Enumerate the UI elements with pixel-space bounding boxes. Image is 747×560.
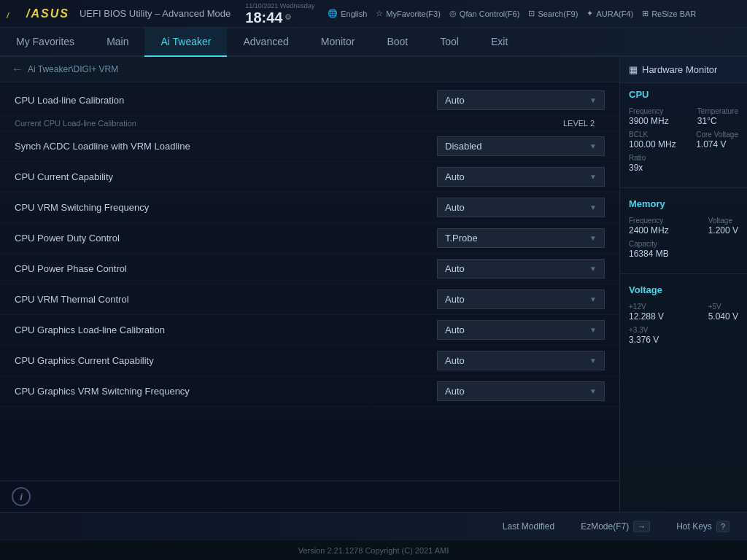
dropdown-cpu-loadline[interactable]: Auto ▼ [437, 90, 605, 110]
hw-mem-cap-label: Capacity [629, 240, 669, 248]
top-nav-qfan[interactable]: ◎ Qfan Control(F6) [449, 9, 520, 18]
dropdown-arrow-cpu-power-duty: ▼ [589, 234, 597, 242]
dropdown-arrow-cpu-current-cap: ▼ [589, 173, 597, 181]
dropdown-value-cpu-current-cap: Auto [445, 171, 465, 182]
hot-keys-label: Hot Keys [676, 521, 712, 532]
dropdown-synch-acdc[interactable]: Disabled ▼ [437, 136, 605, 156]
setting-row-cpu-current-cap: CPU Current Capability Auto ▼ [0, 162, 619, 192]
resizebar-label: ReSize BAR [651, 9, 696, 18]
qfan-icon: ◎ [449, 9, 457, 18]
top-nav-aura[interactable]: ✦ AURA(F4) [587, 9, 633, 18]
content-area: ← Ai Tweaker\DIGI+ VRM CPU Load-line Cal… [0, 57, 747, 512]
hw-mem-frequency: Frequency 2400 MHz [629, 217, 669, 236]
nav-main[interactable]: Main [90, 28, 144, 57]
hw-cpu-temp-value: 31°C [697, 116, 738, 126]
dropdown-value-cpu-gfx-current: Auto [445, 355, 465, 366]
hw-volt-12-label: +12V [629, 303, 664, 311]
dropdown-cpu-gfx-current[interactable]: Auto ▼ [437, 351, 605, 370]
top-nav-english[interactable]: 🌐 English [328, 9, 367, 18]
svg-text:/: / [6, 11, 10, 20]
hw-volt-12: +12V 12.288 V [629, 303, 664, 322]
setting-label-cpu-current-cap: CPU Current Capability [15, 171, 437, 182]
hw-cpu-bclk-label: BCLK [629, 131, 676, 139]
hw-mem-capacity-row: Capacity 16384 MB [629, 240, 738, 259]
breadcrumb: ← Ai Tweaker\DIGI+ VRM [0, 57, 619, 82]
aura-icon: ✦ [587, 9, 593, 18]
dropdown-arrow-cpu-power-phase: ▼ [589, 265, 597, 273]
setting-row-cpu-loadline: CPU Load-line Calibration Auto ▼ [0, 85, 619, 116]
hw-cpu-corevolt-label: Core Voltage [696, 131, 738, 139]
hw-cpu-ratio-value: 39x [629, 163, 646, 173]
breadcrumb-path: Ai Tweaker\DIGI+ VRM [28, 64, 118, 74]
hw-mem-freq-volt-row: Frequency 2400 MHz Voltage 1.200 V [629, 217, 738, 236]
breadcrumb-back-arrow[interactable]: ← [12, 63, 23, 76]
version-bar: Version 2.21.1278 Copyright (C) 2021 AMI [0, 540, 747, 560]
dropdown-cpu-gfx-vrm-freq[interactable]: Auto ▼ [437, 381, 605, 401]
hw-volt-33: +3.3V 3.376 V [629, 326, 659, 345]
top-bar: / /ASUS UEFI BIOS Utility – Advanced Mod… [0, 0, 747, 28]
hw-volt-5: +5V 5.040 V [708, 303, 738, 322]
dropdown-value-cpu-vrm-thermal: Auto [445, 294, 465, 305]
setting-row-cpu-gfx-current: CPU Graphics Current Capability Auto ▼ [0, 346, 619, 376]
hw-volt-33-label: +3.3V [629, 326, 659, 334]
nav-boot[interactable]: Boot [371, 28, 424, 57]
hw-cpu-freq-label: Frequency [629, 107, 669, 115]
top-nav-resizebar[interactable]: ⊞ ReSize BAR [642, 9, 696, 18]
dropdown-cpu-gfx-loadline[interactable]: Auto ▼ [437, 320, 605, 340]
hw-cpu-frequency: Frequency 3900 MHz [629, 107, 669, 126]
hw-section-cpu: CPU Frequency 3900 MHz Temperature 31°C … [620, 83, 747, 183]
search-label: Search(F9) [538, 9, 578, 18]
ez-mode-button[interactable]: EzMode(F7) → [575, 518, 656, 535]
hw-volt-12-value: 12.288 V [629, 311, 664, 322]
asus-brand-icon: / [6, 6, 22, 22]
nav-exit[interactable]: Exit [475, 28, 524, 57]
hw-volt-5-label: +5V [708, 303, 738, 311]
setting-row-cpu-vrm-thermal: CPU VRM Thermal Control Auto ▼ [0, 284, 619, 315]
nav-monitor[interactable]: Monitor [305, 28, 371, 57]
nav-bar: My Favorites Main Ai Tweaker Advanced Mo… [0, 28, 747, 57]
dropdown-value-cpu-vrm-freq: Auto [445, 202, 465, 213]
globe-icon: 🌐 [328, 9, 338, 18]
hw-cpu-core-voltage: Core Voltage 1.074 V [696, 131, 738, 149]
dropdown-arrow-cpu-loadline: ▼ [589, 96, 597, 104]
dropdown-cpu-vrm-thermal[interactable]: Auto ▼ [437, 289, 605, 309]
top-nav-myfavorite[interactable]: ☆ MyFavorite(F3) [376, 9, 441, 18]
setting-label-cpu-loadline: CPU Load-line Calibration [15, 95, 437, 106]
setting-label-synch-acdc: Synch ACDC Loadline with VRM Loadline [15, 141, 437, 152]
main-panel: ← Ai Tweaker\DIGI+ VRM CPU Load-line Cal… [0, 57, 619, 512]
english-label: English [341, 9, 367, 18]
info-button[interactable]: i [12, 487, 31, 506]
hw-section-voltage: Voltage +12V 12.288 V +5V 5.040 V +3.3V … [620, 279, 747, 355]
favorite-icon: ☆ [376, 9, 383, 18]
bottom-bar: Last Modified EzMode(F7) → Hot Keys ? [0, 512, 747, 540]
setting-label-cpu-gfx-vrm-freq: CPU Graphics VRM Switching Frequency [15, 386, 437, 397]
hw-cpu-ratio-row: Ratio 39x [629, 154, 738, 173]
dropdown-cpu-power-duty[interactable]: T.Probe ▼ [437, 228, 605, 248]
setting-row-cpu-power-duty: CPU Power Duty Control T.Probe ▼ [0, 223, 619, 254]
hw-monitor-icon: ▦ [629, 64, 638, 75]
dropdown-cpu-current-cap[interactable]: Auto ▼ [437, 167, 605, 187]
setting-label-cpu-power-duty: CPU Power Duty Control [15, 233, 437, 244]
hw-monitor-title-text: Hardware Monitor [642, 64, 717, 75]
last-modified-button[interactable]: Last Modified [497, 518, 560, 534]
hw-monitor-panel: ▦ Hardware Monitor CPU Frequency 3900 MH… [619, 57, 747, 512]
hw-volt-33-row: +3.3V 3.376 V [629, 326, 738, 345]
nav-tool[interactable]: Tool [424, 28, 475, 57]
hw-cpu-ratio: Ratio 39x [629, 154, 646, 173]
dropdown-value-cpu-gfx-vrm-freq: Auto [445, 386, 465, 397]
hw-cpu-title: CPU [629, 89, 738, 101]
top-nav-search[interactable]: ⊡ Search(F9) [528, 9, 578, 18]
hw-cpu-freq-value: 3900 MHz [629, 116, 669, 126]
setting-label-cpu-gfx-current: CPU Graphics Current Capability [15, 355, 437, 366]
settings-gear-icon[interactable]: ⚙ [285, 12, 292, 22]
hw-cpu-bclk-value: 100.00 MHz [629, 139, 676, 149]
dropdown-cpu-power-phase[interactable]: Auto ▼ [437, 259, 605, 279]
nav-advanced[interactable]: Advanced [227, 28, 304, 57]
dropdown-arrow-cpu-vrm-freq: ▼ [589, 203, 597, 211]
hot-keys-button[interactable]: Hot Keys ? [670, 518, 735, 535]
hw-mem-freq-value: 2400 MHz [629, 225, 669, 236]
dropdown-cpu-vrm-freq[interactable]: Auto ▼ [437, 198, 605, 217]
nav-my-favorites[interactable]: My Favorites [0, 28, 90, 57]
nav-ai-tweaker[interactable]: Ai Tweaker [144, 28, 227, 57]
setting-row-cpu-gfx-vrm-freq: CPU Graphics VRM Switching Frequency Aut… [0, 376, 619, 407]
